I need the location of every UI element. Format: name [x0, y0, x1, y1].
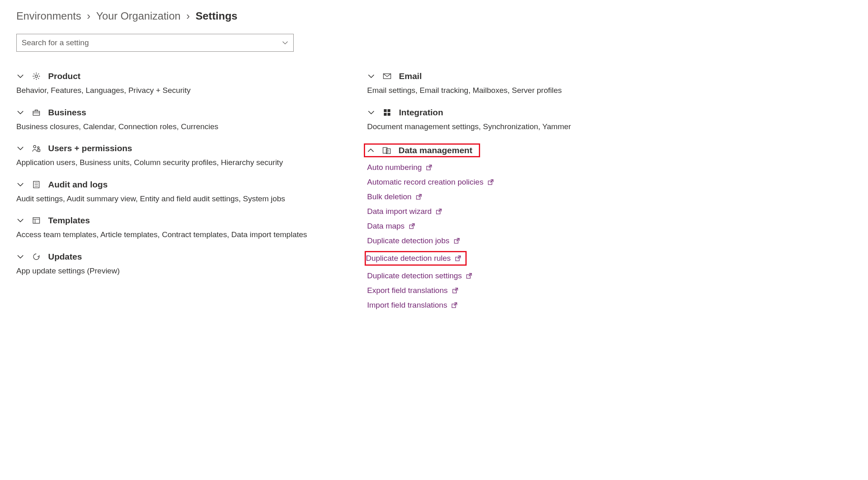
section-title: Email — [399, 71, 422, 81]
chevron-down-icon — [16, 253, 24, 260]
external-link-icon — [452, 287, 458, 294]
external-link-icon — [409, 223, 415, 229]
section-title: Updates — [48, 252, 82, 262]
template-icon — [32, 216, 41, 225]
section-desc: Application users, Business units, Colum… — [16, 157, 326, 168]
svg-rect-7 — [33, 218, 40, 223]
chevron-up-icon — [367, 147, 375, 154]
section-header-data-management[interactable]: Data management — [367, 145, 472, 155]
link-label: Duplicate detection jobs — [367, 236, 450, 245]
svg-point-5 — [38, 150, 39, 151]
section-title: Users + permissions — [48, 143, 132, 153]
link-label: Data maps — [367, 222, 405, 231]
section-audit-logs: Audit and logs Audit settings, Audit sum… — [16, 180, 326, 205]
section-desc: Document management settings, Synchroniz… — [367, 121, 596, 132]
section-desc: Email settings, Email tracking, Mailboxe… — [367, 85, 596, 96]
search-input[interactable] — [22, 38, 282, 47]
link-duplicate-detection-rules[interactable]: Duplicate detection rules — [366, 254, 461, 263]
link-label: Data import wizard — [367, 207, 432, 216]
chevron-down-icon — [16, 109, 24, 116]
section-desc: Access team templates, Article templates… — [16, 229, 326, 240]
svg-rect-9 — [384, 109, 387, 112]
section-users-permissions: Users + permissions Application users, B… — [16, 143, 326, 168]
section-email: Email Email settings, Email tracking, Ma… — [367, 71, 596, 96]
mail-icon — [383, 73, 392, 80]
section-header-product[interactable]: Product — [16, 71, 326, 81]
chevron-down-icon — [367, 73, 375, 80]
section-title: Product — [48, 71, 80, 81]
link-export-field-translations[interactable]: Export field translations — [367, 286, 458, 295]
section-header-users[interactable]: Users + permissions — [16, 143, 326, 153]
svg-rect-1 — [33, 111, 40, 115]
svg-rect-10 — [388, 109, 390, 112]
chevron-down-icon — [16, 145, 24, 152]
external-link-icon — [466, 273, 472, 279]
settings-column-left: Product Behavior, Features, Languages, P… — [16, 71, 326, 321]
svg-rect-12 — [388, 113, 390, 116]
section-desc: Behavior, Features, Languages, Privacy +… — [16, 85, 326, 96]
data-management-links: Auto numbering Automatic record creation… — [367, 163, 596, 310]
link-label: Duplicate detection settings — [367, 271, 462, 280]
svg-point-3 — [38, 147, 39, 148]
external-link-icon — [487, 179, 494, 185]
section-header-integration[interactable]: Integration — [367, 108, 596, 117]
chevron-down-icon[interactable] — [282, 40, 288, 46]
breadcrumb-current: Settings — [196, 10, 238, 22]
chevron-down-icon — [16, 181, 24, 188]
section-integration: Integration Document management settings… — [367, 108, 596, 132]
section-title: Audit and logs — [48, 180, 108, 189]
svg-point-2 — [33, 145, 36, 148]
chevron-down-icon — [367, 109, 375, 116]
data-icon — [382, 146, 391, 154]
refresh-icon — [32, 253, 41, 261]
section-header-templates[interactable]: Templates — [16, 216, 326, 225]
search-input-container[interactable] — [16, 34, 294, 52]
link-data-import-wizard[interactable]: Data import wizard — [367, 207, 442, 216]
chevron-right-icon: › — [87, 10, 91, 22]
link-label: Import field translations — [367, 301, 447, 310]
section-data-management: Data management Auto numbering Automatic… — [367, 143, 596, 310]
section-desc: Business closures, Calendar, Connection … — [16, 121, 326, 132]
breadcrumb: Environments › Your Organization › Setti… — [16, 10, 852, 22]
breadcrumb-item-organization[interactable]: Your Organization — [96, 10, 181, 22]
link-data-maps[interactable]: Data maps — [367, 222, 415, 231]
svg-rect-11 — [384, 113, 387, 116]
section-title: Data management — [399, 145, 472, 155]
section-desc: Audit settings, Audit summary view, Enti… — [16, 194, 326, 205]
section-business: Business Business closures, Calendar, Co… — [16, 108, 326, 132]
section-product: Product Behavior, Features, Languages, P… — [16, 71, 326, 96]
external-link-icon — [455, 255, 461, 262]
svg-point-0 — [35, 75, 38, 77]
external-link-icon — [451, 302, 458, 308]
section-header-updates[interactable]: Updates — [16, 252, 326, 262]
section-updates: Updates App update settings (Preview) — [16, 252, 326, 277]
external-link-icon — [454, 238, 460, 244]
link-import-field-translations[interactable]: Import field translations — [367, 301, 458, 310]
link-label: Export field translations — [367, 286, 448, 295]
chevron-right-icon: › — [186, 10, 190, 22]
users-icon — [32, 144, 41, 152]
settings-column-right: Email Email settings, Email tracking, Ma… — [367, 71, 596, 321]
gear-icon — [32, 72, 41, 80]
section-header-business[interactable]: Business — [16, 108, 326, 117]
link-automatic-record-creation[interactable]: Automatic record creation policies — [367, 178, 494, 187]
section-header-email[interactable]: Email — [367, 71, 596, 81]
link-duplicate-detection-settings[interactable]: Duplicate detection settings — [367, 271, 472, 280]
link-label: Bulk deletion — [367, 192, 412, 201]
link-label: Automatic record creation policies — [367, 178, 483, 187]
section-desc: App update settings (Preview) — [16, 266, 326, 277]
section-title: Business — [48, 108, 86, 117]
section-header-audit[interactable]: Audit and logs — [16, 180, 326, 189]
external-link-icon — [416, 194, 422, 200]
list-icon — [32, 181, 41, 189]
link-auto-numbering[interactable]: Auto numbering — [367, 163, 432, 172]
link-bulk-deletion[interactable]: Bulk deletion — [367, 192, 422, 201]
briefcase-icon — [32, 108, 41, 117]
external-link-icon — [426, 164, 432, 171]
link-label: Auto numbering — [367, 163, 422, 172]
chevron-down-icon — [16, 73, 24, 80]
windows-icon — [383, 108, 392, 117]
chevron-down-icon — [16, 217, 24, 224]
breadcrumb-item-environments[interactable]: Environments — [16, 10, 81, 22]
link-duplicate-detection-jobs[interactable]: Duplicate detection jobs — [367, 236, 460, 245]
